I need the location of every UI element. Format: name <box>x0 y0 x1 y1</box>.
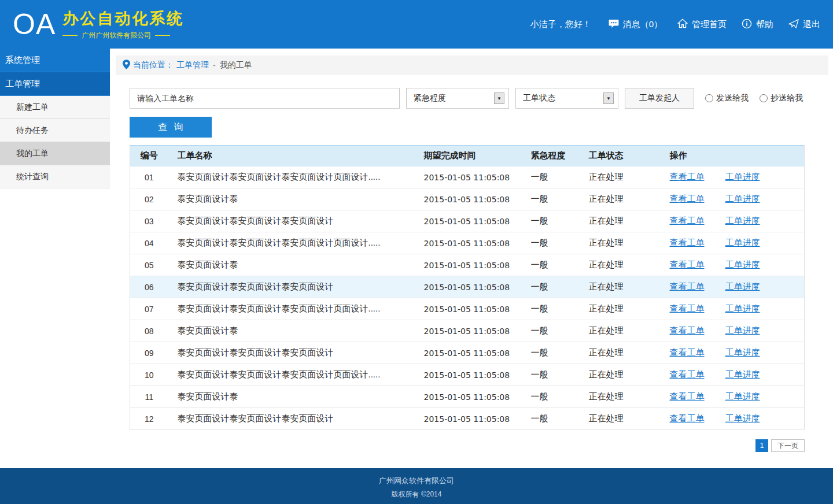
footer-copyright: 版权所有 ©2014 <box>0 490 833 499</box>
order-name-cell: 泰安页面设计泰 <box>168 254 417 276</box>
view-order-link[interactable]: 查看工单 <box>670 216 705 225</box>
app-subtitle-text: 广州广州软件有限公司 <box>82 31 151 40</box>
view-order-link[interactable]: 查看工单 <box>670 347 705 357</box>
order-table-body: 01泰安页面设计泰安页面设计泰安页面设计页面设计.....2015-01-05 … <box>130 166 805 430</box>
sidebar-item-pending-tasks[interactable]: 待办任务 <box>0 119 110 142</box>
order-progress-link[interactable]: 工单进度 <box>725 303 760 313</box>
col-header-id: 编号 <box>130 146 168 166</box>
order-time-cell: 2015-01-05 11:05:08 <box>417 210 524 232</box>
sidebar-item-statistics-query[interactable]: 统计查询 <box>0 165 110 188</box>
breadcrumb-section: 工单管理 <box>176 60 209 71</box>
chevron-down-icon: ▼ <box>494 92 504 104</box>
initiator-button[interactable]: 工单发起人 <box>625 88 694 109</box>
search-button[interactable]: 查询 <box>130 117 212 138</box>
order-status-cell: 正在处理 <box>582 298 663 320</box>
view-order-link[interactable]: 查看工单 <box>670 303 705 313</box>
order-actions-cell: 查看工单工单进度 <box>663 210 805 232</box>
table-row: 03泰安页面设计泰安页面设计泰安页面设计2015-01-05 11:05:08一… <box>130 210 805 232</box>
col-header-status: 工单状态 <box>582 146 663 166</box>
app-title: 办公自动化系统 <box>62 8 184 29</box>
order-id-cell: 04 <box>130 232 168 254</box>
table-row: 07泰安页面设计泰安页面设计泰安页面设计页面设计.....2015-01-05 … <box>130 298 805 320</box>
admin-home-link[interactable]: 管理首页 <box>677 18 727 30</box>
next-page-button[interactable]: 下一页 <box>771 439 805 452</box>
order-id-cell: 10 <box>130 364 168 386</box>
order-id-cell: 01 <box>130 166 168 188</box>
order-urgency-cell: 一般 <box>524 364 582 386</box>
user-greeting: 小洁子，您好！ <box>530 19 591 30</box>
view-order-link[interactable]: 查看工单 <box>670 194 705 203</box>
order-actions-cell: 查看工单工单进度 <box>663 166 805 188</box>
cc-to-me-label: 抄送给我 <box>771 93 803 103</box>
messages-link[interactable]: 消息（0） <box>609 19 662 30</box>
order-progress-link[interactable]: 工单进度 <box>725 391 760 401</box>
message-icon <box>609 19 619 30</box>
order-time-cell: 2015-01-05 11:05:08 <box>417 386 524 408</box>
status-select[interactable]: 工单状态 ▼ <box>515 88 618 109</box>
radio-cc-to-me: 抄送给我 <box>760 93 803 103</box>
order-id-cell: 11 <box>130 386 168 408</box>
sidebar-item-new-workorder[interactable]: 新建工单 <box>0 96 110 119</box>
view-order-link[interactable]: 查看工单 <box>670 238 705 247</box>
sidebar-item-workorder-management[interactable]: 工单管理 <box>0 72 110 96</box>
breadcrumb-separator: - <box>213 61 216 70</box>
table-row: 01泰安页面设计泰安页面设计泰安页面设计页面设计.....2015-01-05 … <box>130 166 805 188</box>
order-id-cell: 05 <box>130 254 168 276</box>
table-row: 10泰安页面设计泰安页面设计泰安页面设计页面设计.....2015-01-05 … <box>130 364 805 386</box>
sidebar-item-system-management[interactable]: 系统管理 <box>0 49 110 72</box>
view-order-link[interactable]: 查看工单 <box>670 281 705 291</box>
order-actions-cell: 查看工单工单进度 <box>663 276 805 298</box>
view-order-link[interactable]: 查看工单 <box>670 391 705 401</box>
order-time-cell: 2015-01-05 11:05:08 <box>417 298 524 320</box>
order-time-cell: 2015-01-05 11:05:08 <box>417 320 524 342</box>
sent-to-me-radio[interactable] <box>705 94 713 102</box>
order-urgency-cell: 一般 <box>524 298 582 320</box>
order-progress-link[interactable]: 工单进度 <box>725 238 760 247</box>
order-time-cell: 2015-01-05 11:05:08 <box>417 232 524 254</box>
order-actions-cell: 查看工单工单进度 <box>663 298 805 320</box>
col-header-name: 工单名称 <box>168 146 417 166</box>
workorder-name-input[interactable] <box>130 88 400 109</box>
view-order-link[interactable]: 查看工单 <box>670 369 705 379</box>
order-progress-link[interactable]: 工单进度 <box>725 216 760 225</box>
col-header-time: 期望完成时间 <box>417 146 524 166</box>
order-progress-link[interactable]: 工单进度 <box>725 194 760 203</box>
order-actions-cell: 查看工单工单进度 <box>663 386 805 408</box>
page-number-current[interactable]: 1 <box>755 439 768 452</box>
order-time-cell: 2015-01-05 11:05:08 <box>417 166 524 188</box>
order-status-cell: 正在处理 <box>582 166 663 188</box>
order-time-cell: 2015-01-05 11:05:08 <box>417 276 524 298</box>
decorative-line <box>155 35 170 36</box>
sidebar-item-my-workorders[interactable]: 我的工单 <box>0 142 110 165</box>
table-header-row: 编号 工单名称 期望完成时间 紧急程度 工单状态 操作 <box>130 146 805 166</box>
order-urgency-cell: 一般 <box>524 188 582 210</box>
order-progress-link[interactable]: 工单进度 <box>725 413 760 423</box>
order-progress-link[interactable]: 工单进度 <box>725 281 760 291</box>
table-row: 08泰安页面设计泰2015-01-05 11:05:08一般正在处理查看工单工单… <box>130 320 805 342</box>
view-order-link[interactable]: 查看工单 <box>670 413 705 423</box>
breadcrumb-prefix: 当前位置： <box>133 60 174 71</box>
help-link[interactable]: 帮助 <box>742 18 773 31</box>
order-urgency-cell: 一般 <box>524 386 582 408</box>
table-row: 06泰安页面设计泰安页面设计泰安页面设计2015-01-05 11:05:08一… <box>130 276 805 298</box>
order-id-cell: 09 <box>130 342 168 364</box>
order-progress-link[interactable]: 工单进度 <box>725 325 760 335</box>
table-row: 11泰安页面设计泰2015-01-05 11:05:08一般正在处理查看工单工单… <box>130 386 805 408</box>
view-order-link[interactable]: 查看工单 <box>670 260 705 269</box>
order-id-cell: 08 <box>130 320 168 342</box>
urgency-select[interactable]: 紧急程度 ▼ <box>406 88 509 109</box>
order-progress-link[interactable]: 工单进度 <box>725 347 760 357</box>
help-icon <box>742 18 752 31</box>
order-progress-link[interactable]: 工单进度 <box>725 260 760 269</box>
order-status-cell: 正在处理 <box>582 342 663 364</box>
logout-link[interactable]: 退出 <box>788 19 820 30</box>
order-id-cell: 12 <box>130 408 168 430</box>
logo-text: 办公自动化系统 广州广州软件有限公司 <box>62 8 184 40</box>
cc-to-me-radio[interactable] <box>760 94 768 102</box>
decorative-line <box>62 35 78 36</box>
view-order-link[interactable]: 查看工单 <box>670 325 705 335</box>
order-status-cell: 正在处理 <box>582 408 663 430</box>
order-progress-link[interactable]: 工单进度 <box>725 172 760 181</box>
view-order-link[interactable]: 查看工单 <box>670 172 705 181</box>
order-progress-link[interactable]: 工单进度 <box>725 369 760 379</box>
